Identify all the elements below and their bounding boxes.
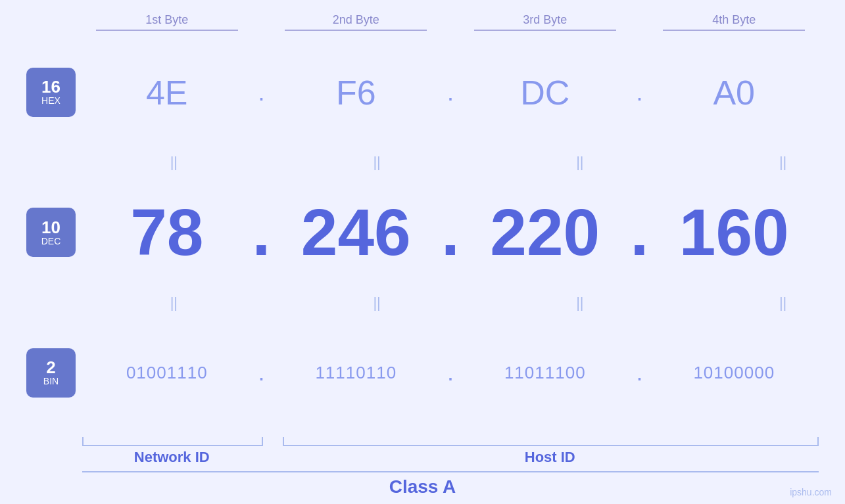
hex-badge: 16 HEX <box>26 68 76 117</box>
bin-byte-3: 11011100 <box>460 363 630 383</box>
byte-header-2: 2nd Byte <box>272 13 441 31</box>
hex-values: 4E . F6 . DC . A0 <box>82 73 819 112</box>
dec-badge-label: DEC <box>41 236 61 247</box>
class-row: Class A <box>26 471 819 497</box>
bin-badge-label: BIN <box>43 376 59 387</box>
hex-row: 16 HEX 4E . F6 . DC . A0 <box>26 31 819 154</box>
rows-wrapper: 16 HEX 4E . F6 . DC . A0 <box>26 31 819 434</box>
hex-badge-label: HEX <box>41 95 60 106</box>
byte-headers-row: 1st Byte 2nd Byte 3rd Byte 4th Byte <box>82 13 819 31</box>
bracket-labels: Network ID Host ID <box>82 449 819 466</box>
hex-dot-3: . <box>630 79 650 106</box>
bracket-area: Network ID Host ID <box>26 437 819 466</box>
dec-byte-4: 160 <box>650 195 819 270</box>
equals-row-1: || || || || <box>82 154 845 171</box>
dec-byte-1: 78 <box>82 195 252 270</box>
bin-byte-2: 11110110 <box>272 363 441 383</box>
bin-badge-num: 2 <box>46 359 55 376</box>
bin-row: 2 BIN 01001110 . 11110110 . 11011100 . 1… <box>26 311 819 434</box>
bin-byte-4: 10100000 <box>650 363 819 383</box>
bracket-host <box>283 437 819 446</box>
dec-row: 10 DEC 78 . 246 . 220 . 160 <box>26 171 819 294</box>
hex-byte-2: F6 <box>272 73 441 112</box>
hex-byte-4: A0 <box>650 73 819 112</box>
equals-row-2: || || || || <box>82 294 845 311</box>
bin-byte-1: 01001110 <box>82 363 252 383</box>
bin-dot-2: . <box>441 359 460 386</box>
eq-1-2: || <box>285 154 469 171</box>
host-id-label: Host ID <box>281 449 819 466</box>
bin-values: 01001110 . 11110110 . 11011100 . 1010000… <box>82 359 819 386</box>
hex-byte-1: 4E <box>82 73 252 112</box>
bracket-row <box>82 437 819 446</box>
dec-values: 78 . 246 . 220 . 160 <box>82 195 819 270</box>
dec-dot-1: . <box>252 195 272 270</box>
eq-2-1: || <box>82 294 266 311</box>
hex-badge-num: 16 <box>41 78 60 95</box>
eq-1-4: || <box>691 154 845 171</box>
main-container: 1st Byte 2nd Byte 3rd Byte 4th Byte 16 H… <box>0 0 845 504</box>
eq-1-3: || <box>489 154 672 171</box>
bin-dot-3: . <box>630 359 650 386</box>
class-line <box>82 471 819 472</box>
byte-header-1: 1st Byte <box>82 13 252 31</box>
bin-badge: 2 BIN <box>26 348 76 398</box>
hex-dot-1: . <box>252 79 272 106</box>
dec-byte-3: 220 <box>460 195 630 270</box>
dec-badge-num: 10 <box>41 219 60 236</box>
eq-2-4: || <box>691 294 845 311</box>
watermark: ipshu.com <box>790 487 832 497</box>
class-a-label: Class A <box>26 476 819 497</box>
eq-2-2: || <box>285 294 469 311</box>
byte-header-4: 4th Byte <box>650 13 819 31</box>
eq-2-3: || <box>489 294 672 311</box>
byte-header-3: 3rd Byte <box>460 13 630 31</box>
dec-badge: 10 DEC <box>26 208 76 257</box>
network-id-label: Network ID <box>82 449 262 466</box>
hex-byte-3: DC <box>460 73 630 112</box>
dec-dot-2: . <box>441 195 460 270</box>
eq-1-1: || <box>82 154 266 171</box>
dec-dot-3: . <box>630 195 650 270</box>
bracket-network <box>82 437 263 446</box>
bin-dot-1: . <box>252 359 272 386</box>
dec-byte-2: 246 <box>272 195 441 270</box>
hex-dot-2: . <box>441 79 460 106</box>
